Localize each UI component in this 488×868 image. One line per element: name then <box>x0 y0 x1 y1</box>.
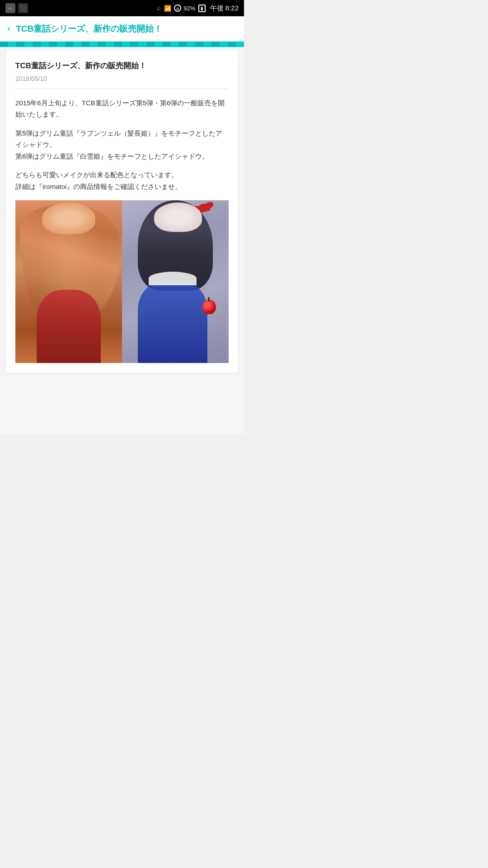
battery-percentage: 92% <box>184 5 196 12</box>
article-images <box>15 200 229 363</box>
rapunzel-image <box>15 200 122 363</box>
article-body: 2015年6月上旬より、TCB童話シリーズ第5弾・第6弾の一般販売を開始いたしま… <box>15 97 229 193</box>
back-button[interactable]: ‹ <box>7 24 10 34</box>
status-bar: irm ⬛ ♤ 📶 ⌀ 92% ▮ 午後 8:22 <box>0 0 244 16</box>
app-icon: irm <box>5 3 15 13</box>
status-bar-left: irm ⬛ <box>5 3 28 13</box>
article-date: 2016/05/10 <box>15 75 229 82</box>
blocked-icon: ⌀ <box>174 5 181 12</box>
navigation-bar: ‹ TCB童話シリーズ、新作の販売開始！ <box>0 16 244 42</box>
article-paragraph-1: 2015年6月上旬より、TCB童話シリーズ第5弾・第6弾の一般販売を開始いたしま… <box>15 97 229 120</box>
content-area: TCB童話シリーズ、新作の販売開始！ 2016/05/10 2015年6月上旬よ… <box>0 47 244 434</box>
snow-white-dress <box>138 282 207 363</box>
bluetooth-icon: ♤ <box>156 5 161 12</box>
status-time: 午後 8:22 <box>210 4 239 13</box>
snow-white-apple <box>202 300 216 314</box>
rapunzel-dress <box>37 290 101 363</box>
article-paragraph-3: どちらも可愛いメイクが出来る配色となっています。 詳細は『iromatoi』の商… <box>15 169 229 192</box>
page-title: TCB童話シリーズ、新作の販売開始！ <box>16 23 237 35</box>
article-title: TCB童話シリーズ、新作の販売開始！ <box>15 61 229 71</box>
teal-border-decoration <box>0 42 244 47</box>
wifi-icon: 📶 <box>164 5 171 12</box>
article-paragraph-2: 第5弾はグリム童話『ラプンツェル（髪長姫）』をモチーフとしたアイシャドウ。 第6… <box>15 127 229 162</box>
snow-white-image <box>122 200 229 363</box>
article-divider <box>15 89 229 89</box>
battery-icon: ▮ <box>198 5 206 12</box>
article-card: TCB童話シリーズ、新作の販売開始！ 2016/05/10 2015年6月上旬よ… <box>6 51 238 373</box>
snow-white-bow <box>196 203 211 214</box>
snow-white-collar <box>149 272 197 285</box>
status-bar-right: ♤ 📶 ⌀ 92% ▮ 午後 8:22 <box>156 4 239 13</box>
gallery-icon: ⬛ <box>18 3 28 13</box>
